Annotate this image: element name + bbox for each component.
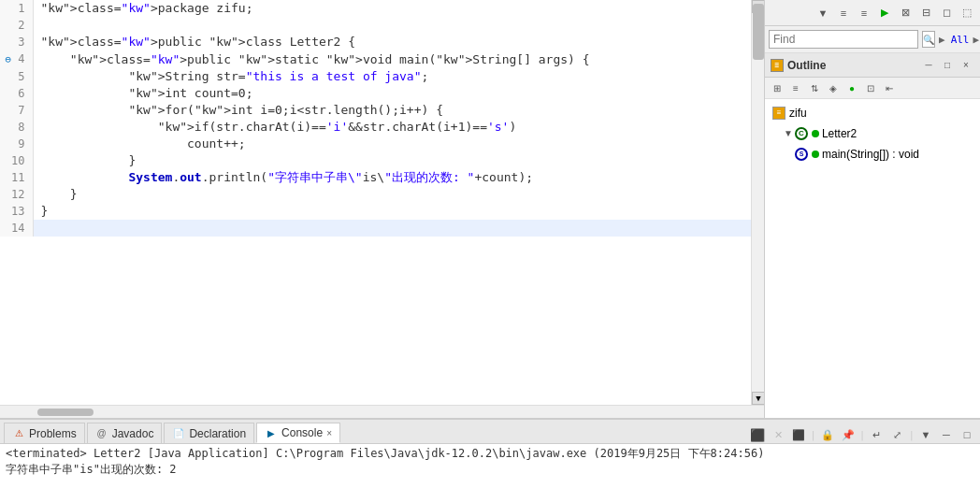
toolbar-sep-2: |: [859, 429, 866, 441]
class-icon: C: [795, 127, 808, 140]
tab-declaration-label: Declaration: [189, 427, 246, 440]
tab-console[interactable]: ▶ Console ×: [256, 423, 340, 443]
editor-wrapper: 1"kw">class="kw">package zifu;23"kw">cla…: [0, 0, 764, 405]
search-input[interactable]: [769, 30, 918, 49]
console-word-wrap-btn[interactable]: ↵: [867, 426, 886, 443]
outline-min-btn[interactable]: ─: [920, 57, 937, 74]
line-number-6: 6: [0, 85, 33, 102]
line-number-13: 13: [0, 203, 33, 220]
search-arrow: ▶: [939, 34, 945, 46]
package-icon: ≡: [772, 107, 785, 120]
method-icon: S: [795, 148, 808, 161]
hscroll-thumb[interactable]: [37, 409, 94, 416]
console-output-line: 字符串中子串"is"出现的次数: 2: [6, 462, 974, 478]
scroll-down-arrow[interactable]: ▼: [752, 392, 764, 405]
bottom-panel: ⚠ Problems @ Javadoc 📄 Declaration ▶ Con…: [0, 418, 980, 502]
line-content-3: "kw">class="kw">public "kw">class Letter…: [33, 34, 751, 50]
outline-icon-7[interactable]: ⇤: [881, 79, 898, 96]
toolbar-btn-1[interactable]: ▼: [814, 5, 832, 22]
line-content-5: "kw">String str="this is a test of java"…: [33, 68, 751, 85]
console-minmax-btn[interactable]: ─: [937, 426, 956, 443]
line-number-7: 7: [0, 102, 33, 119]
line-content-13: }: [33, 203, 751, 220]
console-expand-btn[interactable]: ⤢: [887, 426, 906, 443]
outline-item-letter2[interactable]: ▼ C Letter2: [765, 123, 980, 144]
outline-method-label: main(String[]) : void: [822, 145, 919, 164]
editor-panel: 1"kw">class="kw">package zifu;23"kw">cla…: [0, 0, 765, 418]
toolbar-btn-3[interactable]: ≡: [855, 5, 873, 22]
line-number-2: 2: [0, 17, 33, 34]
toolbar-btn-8[interactable]: ⬚: [958, 5, 976, 22]
line-number-1: 1: [0, 0, 33, 17]
outline-icon-3[interactable]: ⇅: [806, 79, 823, 96]
tab-console-label: Console: [281, 426, 323, 439]
line-number-9: 9: [0, 136, 33, 152]
search-sep: ▶: [973, 34, 980, 46]
line-content-8: "kw">if(str.charAt(i)=='i'&&str.charAt(i…: [33, 119, 751, 136]
console-output-area: <terminated> Letter2 [Java Application] …: [0, 444, 980, 480]
outline-max-btn[interactable]: □: [939, 57, 956, 74]
right-toolbar-top: ▼ ≡ ≡ ▶ ⊠ ⊟ ◻ ⬚: [765, 0, 980, 26]
console-close-btn[interactable]: ×: [326, 428, 332, 438]
vertical-scrollbar[interactable]: ▲ ▼: [751, 0, 764, 405]
line-number-10: 10: [0, 152, 33, 169]
toolbar-btn-6[interactable]: ⊟: [916, 5, 935, 22]
line-number-14: 14: [0, 220, 33, 237]
console-scroll-lock-btn[interactable]: 🔒: [818, 426, 837, 443]
scroll-thumb[interactable]: [753, 4, 764, 60]
console-stop-btn[interactable]: ✕: [769, 426, 787, 443]
outline-toolbar: ─ □ ×: [920, 57, 974, 74]
search-row: 🔍 ▶ All ▶ Activate... •••: [765, 26, 980, 53]
outline-icon-2[interactable]: ≡: [787, 79, 804, 96]
outline-icon-row: ⊞ ≡ ⇅ ◈ ● ⊡ ⇤: [765, 78, 980, 99]
code-table: 1"kw">class="kw">package zifu;23"kw">cla…: [0, 0, 751, 237]
line-content-11: System.out.println("字符串中子串\"is\"出现的次数: "…: [33, 169, 751, 186]
console-terminated-line: <terminated> Letter2 [Java Application] …: [6, 446, 974, 462]
console-right-toolbar: ⬛ ✕ ⬛ | 🔒 📌 | ↵ ⤢ | ▼ ─ □: [748, 426, 980, 443]
line-number-4: ⊖ 4: [0, 50, 33, 68]
line-number-8: 8: [0, 119, 33, 136]
console-terminate-btn[interactable]: ⬛: [789, 426, 808, 443]
all-link[interactable]: All: [951, 34, 970, 46]
console-more-btn[interactable]: ▼: [916, 426, 935, 443]
toolbar-sep-3: |: [908, 429, 915, 441]
outline-icon-6[interactable]: ⊡: [862, 79, 879, 96]
outline-class-label: Letter2: [822, 124, 857, 143]
search-button[interactable]: 🔍: [922, 31, 935, 48]
tab-javadoc[interactable]: @ Javadoc: [87, 423, 163, 443]
console-icon: ▶: [265, 426, 278, 439]
javadoc-icon: @: [95, 427, 108, 440]
line-content-4: "kw">class="kw">public "kw">static "kw">…: [33, 50, 751, 68]
toolbar-btn-2[interactable]: ≡: [834, 5, 853, 22]
line-number-12: 12: [0, 186, 33, 203]
console-clear-btn[interactable]: ⬛: [748, 426, 767, 443]
outline-item-zifu[interactable]: ≡ zifu: [765, 103, 980, 123]
line-content-2: [33, 17, 751, 34]
outline-pkg-label: zifu: [789, 104, 807, 122]
line-content-7: "kw">for("kw">int i=0;i<str.length();i++…: [33, 102, 751, 119]
tree-expand-icon[interactable]: ▼: [784, 124, 793, 143]
line-number-3: 3: [0, 34, 33, 50]
toolbar-btn-4[interactable]: ▶: [875, 5, 894, 22]
main-area: 1"kw">class="kw">package zifu;23"kw">cla…: [0, 0, 980, 418]
tab-declaration[interactable]: 📄 Declaration: [164, 423, 254, 443]
outline-item-main[interactable]: S main(String[]) : void: [765, 144, 980, 165]
line-content-1: "kw">class="kw">package zifu;: [33, 0, 751, 17]
toolbar-btn-5[interactable]: ⊠: [896, 5, 915, 22]
tab-problems[interactable]: ⚠ Problems: [4, 423, 85, 443]
tab-problems-label: Problems: [29, 427, 77, 440]
outline-icon-1[interactable]: ⊞: [769, 79, 785, 96]
toolbar-btn-7[interactable]: ◻: [937, 5, 956, 22]
line-number-11: 11: [0, 169, 33, 186]
problems-icon: ⚠: [12, 427, 25, 440]
outline-close-btn[interactable]: ×: [958, 57, 974, 74]
line-content-10: }: [33, 152, 751, 169]
code-area[interactable]: 1"kw">class="kw">package zifu;23"kw">cla…: [0, 0, 751, 405]
console-maxbtn[interactable]: □: [958, 426, 976, 443]
console-pin-btn[interactable]: 📌: [839, 426, 858, 443]
horizontal-scrollbar[interactable]: [0, 405, 764, 418]
outline-content: ≡ zifu ▼ C Letter2 S main(String[]) : vo…: [765, 99, 980, 418]
tab-javadoc-label: Javadoc: [112, 427, 154, 440]
outline-icon-4[interactable]: ◈: [825, 79, 842, 96]
outline-icon-5[interactable]: ●: [843, 79, 860, 96]
